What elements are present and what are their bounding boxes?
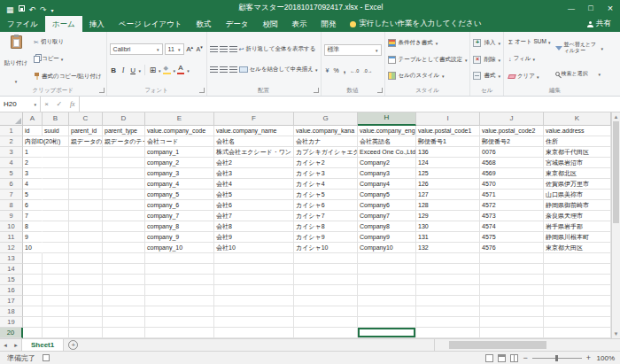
grow-font-button[interactable] bbox=[186, 45, 194, 53]
cell-F2[interactable]: 会社名 bbox=[214, 136, 294, 147]
cell-G10[interactable]: カイシャ8 bbox=[294, 221, 358, 232]
tab-page-layout[interactable]: ページ レイアウト bbox=[112, 16, 190, 32]
cell-B13[interactable] bbox=[43, 253, 69, 264]
cell-G1[interactable]: value.company_kana bbox=[294, 126, 358, 136]
row-header-11[interactable]: 11 bbox=[0, 232, 23, 243]
horizontal-scroll-thumb[interactable] bbox=[449, 341, 546, 349]
cell-G17[interactable] bbox=[294, 296, 358, 306]
column-header-G[interactable]: G bbox=[294, 112, 358, 126]
cancel-formula-icon[interactable] bbox=[44, 100, 49, 108]
cell-A11[interactable]: 9 bbox=[23, 232, 43, 243]
cell-G4[interactable]: カイシャ2 bbox=[294, 158, 358, 168]
formula-input[interactable] bbox=[80, 97, 620, 112]
cell-E8[interactable]: company_6 bbox=[145, 200, 214, 211]
cell-H17[interactable] bbox=[358, 296, 416, 306]
cell-B5[interactable] bbox=[43, 168, 69, 179]
autosum-button[interactable]: オート SUM bbox=[507, 36, 553, 49]
cell-D4[interactable] bbox=[103, 158, 145, 168]
cell-C4[interactable] bbox=[69, 158, 103, 168]
column-header-H[interactable]: H bbox=[358, 112, 416, 126]
cell-H8[interactable]: Company6 bbox=[358, 200, 416, 211]
page-break-view-button[interactable] bbox=[510, 354, 518, 362]
cell-E19[interactable] bbox=[145, 317, 214, 328]
cell-A4[interactable]: 2 bbox=[23, 158, 43, 168]
cell-A3[interactable]: 1 bbox=[23, 147, 43, 158]
cell-A1[interactable]: id bbox=[23, 126, 43, 136]
cell-I7[interactable]: 127 bbox=[416, 190, 480, 200]
row-header-16[interactable]: 16 bbox=[0, 285, 23, 296]
cell-D16[interactable] bbox=[103, 285, 145, 296]
redo-icon[interactable] bbox=[40, 0, 47, 16]
cell-F8[interactable]: 会社6 bbox=[214, 200, 294, 211]
cell-A6[interactable]: 4 bbox=[23, 179, 43, 190]
cell-F12[interactable]: 会社10 bbox=[214, 243, 294, 253]
bold-button[interactable] bbox=[110, 66, 118, 74]
cell-E20[interactable] bbox=[145, 328, 214, 338]
column-header-F[interactable]: F bbox=[214, 112, 294, 126]
cell-H1[interactable]: value.company_eng bbox=[358, 126, 416, 136]
tab-formulas[interactable]: 数式 bbox=[189, 16, 218, 32]
cell-F3[interactable]: 株式会社エクシード・ワン bbox=[214, 147, 294, 158]
cell-D3[interactable] bbox=[103, 147, 145, 158]
cell-H19[interactable] bbox=[358, 317, 416, 328]
cell-A17[interactable] bbox=[23, 296, 43, 306]
cell-E16[interactable] bbox=[145, 285, 214, 296]
cell-F20[interactable] bbox=[214, 328, 294, 338]
cell-F15[interactable] bbox=[214, 275, 294, 285]
cell-I18[interactable] bbox=[416, 306, 480, 317]
cell-A9[interactable]: 7 bbox=[23, 211, 43, 221]
cell-D19[interactable] bbox=[103, 317, 145, 328]
sheet-tab-sheet1[interactable]: Sheet1 bbox=[21, 339, 64, 351]
enter-formula-icon[interactable] bbox=[57, 100, 63, 108]
cell-G7[interactable]: カイシャ5 bbox=[294, 190, 358, 200]
zoom-level[interactable]: 100% bbox=[595, 354, 615, 362]
cell-A8[interactable]: 6 bbox=[23, 200, 43, 211]
row-header-14[interactable]: 14 bbox=[0, 264, 23, 275]
wrap-text-button[interactable]: 折り返して全体を表示する bbox=[239, 45, 316, 53]
cell-F5[interactable]: 会社3 bbox=[214, 168, 294, 179]
cell-H7[interactable]: Company5 bbox=[358, 190, 416, 200]
vertical-scrollbar[interactable]: ▲ ▼ bbox=[611, 112, 620, 338]
cell-H2[interactable]: 会社英語名 bbox=[358, 136, 416, 147]
cell-F11[interactable]: 会社9 bbox=[214, 232, 294, 243]
cell-H14[interactable] bbox=[358, 264, 416, 275]
cell-E10[interactable]: company_8 bbox=[145, 221, 214, 232]
cell-H11[interactable]: Company9 bbox=[358, 232, 416, 243]
cell-I3[interactable]: 136 bbox=[416, 147, 480, 158]
cell-K5[interactable]: 東京都北区 bbox=[544, 168, 611, 179]
number-dialog-launcher-icon[interactable] bbox=[377, 88, 383, 93]
cell-F19[interactable] bbox=[214, 317, 294, 328]
cell-I5[interactable]: 125 bbox=[416, 168, 480, 179]
cell-K3[interactable]: 東京都千代田区 bbox=[544, 147, 611, 158]
row-header-15[interactable]: 15 bbox=[0, 275, 23, 285]
cell-D2[interactable]: 親データのテーブル bbox=[103, 136, 145, 147]
cell-K16[interactable] bbox=[544, 285, 611, 296]
cell-C11[interactable] bbox=[69, 232, 103, 243]
cell-B20[interactable] bbox=[43, 328, 69, 338]
row-header-18[interactable]: 18 bbox=[0, 306, 23, 317]
cell-C8[interactable] bbox=[69, 200, 103, 211]
cell-H5[interactable]: Company3 bbox=[358, 168, 416, 179]
column-header-E[interactable]: E bbox=[145, 112, 214, 126]
cell-A5[interactable]: 3 bbox=[23, 168, 43, 179]
cell-E3[interactable]: company_1 bbox=[145, 147, 214, 158]
cell-F17[interactable] bbox=[214, 296, 294, 306]
cell-K8[interactable]: 静岡県御前崎市 bbox=[544, 200, 611, 211]
cell-H10[interactable]: Company8 bbox=[358, 221, 416, 232]
cell-H20[interactable] bbox=[358, 328, 416, 338]
cell-G19[interactable] bbox=[294, 317, 358, 328]
row-header-3[interactable]: 3 bbox=[0, 147, 23, 158]
cell-H16[interactable] bbox=[358, 285, 416, 296]
cell-B17[interactable] bbox=[43, 296, 69, 306]
insert-cells-button[interactable]: 挿入 bbox=[473, 36, 500, 50]
column-header-B[interactable]: B bbox=[43, 112, 69, 126]
cell-C14[interactable] bbox=[69, 264, 103, 275]
cell-C9[interactable] bbox=[69, 211, 103, 221]
cell-I20[interactable] bbox=[416, 328, 480, 338]
cell-J20[interactable] bbox=[480, 328, 544, 338]
cell-I13[interactable] bbox=[416, 253, 480, 264]
cell-G11[interactable]: カイシャ9 bbox=[294, 232, 358, 243]
cell-C5[interactable] bbox=[69, 168, 103, 179]
cell-E7[interactable]: company_5 bbox=[145, 190, 214, 200]
cell-C20[interactable] bbox=[69, 328, 103, 338]
